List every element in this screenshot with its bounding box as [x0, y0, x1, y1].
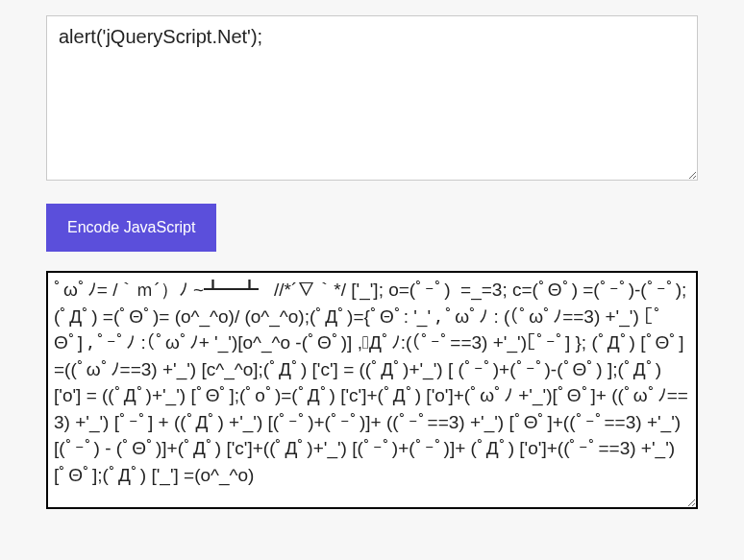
javascript-input[interactable]	[46, 15, 698, 181]
encoded-output[interactable]	[46, 271, 698, 509]
encode-button[interactable]: Encode JavaScript	[46, 204, 216, 252]
